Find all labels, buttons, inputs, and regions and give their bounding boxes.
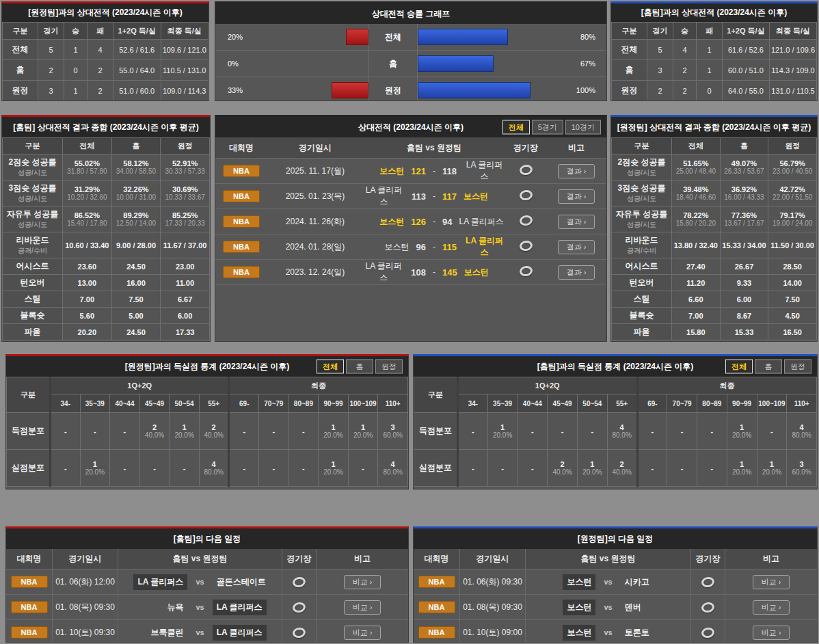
games-cell: 5 <box>38 40 64 60</box>
stat-value: 32.26% <box>113 185 160 193</box>
stat-subvalue: 23.00 / 40.50 <box>769 167 816 175</box>
compare-button[interactable]: 비교 › <box>344 575 381 589</box>
losses-cell: 1 <box>697 40 723 60</box>
stat-value: 36.92% <box>721 185 768 193</box>
percent: 60.0% <box>788 468 816 476</box>
scope-tab[interactable]: 전체 <box>317 360 344 374</box>
stadium-icon[interactable] <box>518 163 533 176</box>
group-header: 최종 <box>229 377 408 394</box>
dist-cell: 120.0% <box>319 413 349 450</box>
wins-cell: 2 <box>673 60 697 81</box>
scope-tab[interactable]: 홈 <box>755 360 782 374</box>
away-score: 115 <box>442 242 457 252</box>
home-team-name: 보스턴 <box>379 165 404 177</box>
home-team-name: 보스턴 <box>385 241 410 253</box>
stat-away-cell: 28.50 <box>768 258 817 275</box>
stat-value: 58.12% <box>113 159 160 167</box>
away-side: 94 LA 클리퍼스 <box>442 216 505 228</box>
stat-label: 3점슛 성공률 <box>3 183 62 194</box>
stadium-icon[interactable] <box>292 601 307 614</box>
count: - <box>639 464 667 472</box>
away-side: 토론토 <box>621 625 690 641</box>
group-header: 1Q+2Q <box>458 377 638 394</box>
scope-tab[interactable]: 원정 <box>375 360 403 374</box>
stat-label-cell: 어시스트 <box>612 258 672 275</box>
home-score: 121 <box>411 166 426 176</box>
dist-cell: 480.0% <box>607 413 637 450</box>
scope-tab[interactable]: 원정 <box>784 360 811 374</box>
right-pct-label: 100% <box>576 86 595 94</box>
stat-all-cell: 15.80 <box>672 324 721 340</box>
venue-cell <box>691 569 725 594</box>
range-tab[interactable]: 10경기 <box>565 120 601 135</box>
stat-label: 리바운드 <box>3 234 62 246</box>
stat-value: 7.00 <box>673 312 719 320</box>
range-header: 80~89 <box>288 394 319 413</box>
stat-all-cell: 27.40 <box>672 258 721 275</box>
stat-value: 89.29% <box>113 211 160 219</box>
stadium-icon[interactable] <box>292 626 307 639</box>
stat-sublabel: 성공/시도 <box>3 194 62 204</box>
percent: 20.0% <box>81 468 109 476</box>
home-team-name: 브룩클린 <box>146 625 187 641</box>
count: - <box>230 464 258 472</box>
scope-tab[interactable]: 전체 <box>725 360 753 374</box>
score-separator: - <box>433 217 435 226</box>
result-button[interactable]: 결과 › <box>558 215 595 229</box>
table-row: 원정 3 1 2 51.0 / 60.0 109.0 / 114.3 <box>3 81 209 101</box>
compare-button[interactable]: 비교 › <box>753 626 790 640</box>
stat-value: 11.00 <box>161 279 209 287</box>
venue-cell <box>282 569 317 594</box>
stadium-icon[interactable] <box>292 576 307 589</box>
q12-cell: 61.6 / 52.6 <box>723 40 770 60</box>
stat-value: 14.00 <box>769 279 816 287</box>
stat-home-cell: 7.50 <box>111 291 161 308</box>
result-button[interactable]: 결과 › <box>558 164 595 178</box>
result-button[interactable]: 결과 › <box>558 240 595 254</box>
count: - <box>52 464 79 472</box>
stat-subvalue: 15.80 / 20.20 <box>673 219 719 227</box>
away-side: 115 LA 클리퍼스 <box>442 235 505 258</box>
stadium-icon[interactable] <box>518 214 533 227</box>
compare-button[interactable]: 비교 › <box>344 600 381 615</box>
count: 1 <box>489 423 517 431</box>
scope-tab[interactable]: 홈 <box>346 360 373 374</box>
note-cell: 결과 › <box>546 189 606 204</box>
home-team-name: LA 클리퍼스 <box>363 185 405 208</box>
count: - <box>170 464 198 472</box>
compare-button[interactable]: 비교 › <box>753 600 790 615</box>
dist-cell: 240.0% <box>607 450 637 487</box>
home-score: 113 <box>412 191 426 202</box>
stat-value: 15.80 <box>673 328 719 336</box>
count: - <box>519 464 547 472</box>
range-tab[interactable]: 5경기 <box>532 120 563 135</box>
stadium-icon[interactable] <box>701 576 716 589</box>
stadium-icon[interactable] <box>518 265 533 278</box>
stadium-icon[interactable] <box>518 239 533 252</box>
compare-button[interactable]: 비교 › <box>753 575 790 589</box>
stat-home-cell: 49.07% 26.33 / 53.67 <box>720 155 768 180</box>
count: - <box>52 427 79 435</box>
stadium-icon[interactable] <box>518 189 533 202</box>
col-header: 패 <box>697 23 723 40</box>
stadium-icon[interactable] <box>701 601 716 614</box>
percent: 20.0% <box>728 431 756 439</box>
game-row: NBA 2025. 01. 23(목) LA 클리퍼스 113 - 117 보스… <box>215 184 606 209</box>
col-header: 승 <box>673 23 697 40</box>
row-label: 전체 <box>385 31 401 43</box>
away-team-name: LA 클리퍼스 <box>213 625 267 641</box>
count: 4 <box>788 423 816 431</box>
stat-label-cell: 턴오버 <box>3 275 63 291</box>
losses-cell: 4 <box>88 40 113 60</box>
away-side: 145 보스턴 <box>442 267 505 278</box>
game-datetime: 01. 06(화) 09:30 <box>460 569 526 594</box>
result-button[interactable]: 결과 › <box>558 265 595 280</box>
group-header: 1Q+2Q <box>51 377 229 394</box>
games-header-row: 대회명 경기일시 홈팀 vs 원정팀 경기장 비고 <box>215 137 606 159</box>
result-button[interactable]: 결과 › <box>558 189 595 204</box>
stat-away-cell: 16.50 <box>768 324 817 340</box>
stadium-icon[interactable] <box>701 626 716 639</box>
game-date: 2025. 01. 23(목) <box>267 191 363 202</box>
compare-button[interactable]: 비교 › <box>344 626 381 640</box>
range-tab[interactable]: 전체 <box>502 120 530 135</box>
